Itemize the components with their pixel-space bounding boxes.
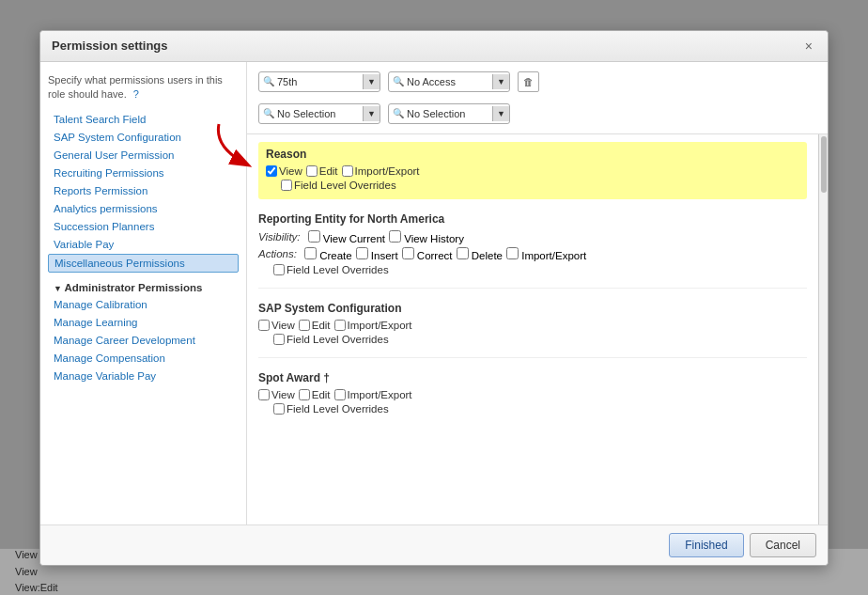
sidebar-description: Specify what permissions users in this r… [48, 73, 239, 102]
reporting-entity-visibility-row: Visibility: View Current View History [258, 230, 807, 244]
cancel-button[interactable]: Cancel [750, 533, 816, 557]
permission-section-reason: Reason View Edit [258, 142, 807, 199]
visibility-label: Visibility: [258, 231, 301, 243]
admin-permissions-header: Administrator Permissions [48, 276, 239, 296]
dropdown-arrow-1[interactable]: ▼ [363, 74, 380, 89]
re-field-level-row: Field Level Overrides [273, 264, 807, 275]
sidebar-item-miscellaneous[interactable]: Miscellaneous Permissions [48, 254, 239, 273]
finished-button[interactable]: Finished [669, 533, 743, 557]
sa-field-level-label[interactable]: Field Level Overrides [273, 403, 389, 415]
dropdown-arrow-4[interactable]: ▼ [492, 106, 509, 121]
re-view-current-checkbox[interactable] [308, 230, 320, 243]
sap-field-level-checkbox[interactable] [273, 334, 285, 345]
sap-perm-row-1: View Edit Import/Export [258, 320, 807, 331]
reason-import-export-checkbox[interactable] [342, 165, 353, 177]
re-insert-label[interactable]: Insert [356, 247, 398, 261]
sa-view-label[interactable]: View [258, 389, 295, 400]
permission-section-sap: SAP System Configuration View Edit [258, 302, 807, 358]
sap-import-export-label[interactable]: Import/Export [334, 320, 412, 331]
sap-edit-checkbox[interactable] [299, 320, 310, 331]
permissions-scroll: Reason View Edit [247, 134, 818, 525]
re-delete-label[interactable]: Delete [457, 247, 503, 261]
search-icon-3: 🔍 [263, 108, 274, 118]
sidebar-item-manage-compensation[interactable]: Manage Compensation [48, 350, 239, 367]
re-view-current-text: View Current [323, 233, 385, 244]
re-import-export-checkbox[interactable] [506, 247, 519, 259]
reporting-entity-title: Reporting Entity for North America [258, 212, 807, 226]
sap-field-level-label[interactable]: Field Level Overrides [273, 334, 389, 345]
sa-view-checkbox[interactable] [258, 389, 270, 400]
sa-import-export-label[interactable]: Import/Export [334, 389, 412, 400]
sa-edit-checkbox[interactable] [299, 389, 310, 400]
re-import-export-label[interactable]: Import/Export [506, 247, 586, 261]
reason-edit-text: Edit [319, 165, 338, 177]
sidebar-item-manage-calibration[interactable]: Manage Calibration [48, 296, 239, 313]
filter-row-1: 🔍 75th ▼ 🔍 No Access ▼ 🗑 [258, 71, 816, 92]
reporting-entity-actions-row: Actions: Create Insert Cor [258, 247, 807, 261]
re-view-history-text: View History [404, 233, 464, 244]
sidebar-item-reports[interactable]: Reports Permission [48, 182, 239, 199]
reason-field-level-row: Field Level Overrides [281, 180, 799, 191]
modal-body: Specify what permissions users in this r… [40, 62, 828, 525]
spot-award-title: Spot Award † [258, 371, 807, 384]
help-icon[interactable]: ? [133, 88, 139, 100]
filter-select-no-access[interactable]: 🔍 No Access ▼ [388, 71, 510, 92]
filter-select-75th-text: 75th [277, 76, 360, 87]
reason-field-level-label[interactable]: Field Level Overrides [281, 180, 396, 191]
filter-row-2: 🔍 No Selection ▼ 🔍 No Selection ▼ [258, 103, 816, 124]
sa-edit-label[interactable]: Edit [299, 389, 331, 400]
re-create-label[interactable]: Create [304, 247, 352, 261]
dropdown-arrow-3[interactable]: ▼ [363, 106, 380, 121]
re-view-current-label[interactable]: View Current [308, 230, 385, 244]
filter-select-no-selection-2[interactable]: 🔍 No Selection ▼ [388, 103, 510, 124]
sap-view-checkbox[interactable] [258, 320, 270, 331]
scrollbar-track[interactable] [818, 134, 828, 525]
filter-select-no-selection-2-text: No Selection [407, 108, 489, 119]
filter-select-no-selection-1-text: No Selection [277, 108, 360, 119]
delete-button[interactable]: 🗑 [518, 71, 539, 92]
re-insert-checkbox[interactable] [356, 247, 368, 259]
modal-title: Permission settings [52, 39, 168, 53]
filter-group: 🔍 75th ▼ 🔍 No Access ▼ 🗑 🔍 No Selection [247, 62, 828, 134]
sidebar-item-manage-learning[interactable]: Manage Learning [48, 314, 239, 331]
search-icon-2: 🔍 [393, 76, 404, 86]
actions-label: Actions: [258, 248, 297, 259]
search-icon-1: 🔍 [263, 76, 274, 86]
reason-import-export-text: Import/Export [355, 165, 420, 177]
reason-title: Reason [266, 148, 799, 161]
reason-field-level-checkbox[interactable] [281, 180, 292, 191]
re-view-history-label[interactable]: View History [389, 230, 464, 244]
sa-field-level-checkbox[interactable] [273, 403, 285, 415]
sap-import-export-checkbox[interactable] [334, 320, 346, 331]
reason-perm-row-1: View Edit Import/Export [266, 165, 799, 177]
search-icon-4: 🔍 [393, 108, 404, 118]
sap-field-level-row: Field Level Overrides [273, 334, 807, 345]
sidebar-item-variable-pay[interactable]: Variable Pay [48, 236, 239, 253]
modal-close-button[interactable]: × [801, 39, 816, 54]
sidebar-item-manage-variable-pay[interactable]: Manage Variable Pay [48, 368, 239, 384]
filter-select-75th[interactable]: 🔍 75th ▼ [258, 71, 380, 92]
permission-section-reporting-entity: Reporting Entity for North America Visib… [258, 212, 807, 289]
sidebar-item-analytics[interactable]: Analytics permissions [48, 200, 239, 217]
sa-field-level-row: Field Level Overrides [273, 403, 807, 415]
sap-view-label[interactable]: View [258, 320, 295, 331]
sap-edit-label[interactable]: Edit [299, 320, 331, 331]
re-create-checkbox[interactable] [304, 247, 317, 259]
reason-edit-label[interactable]: Edit [306, 165, 338, 177]
reason-edit-checkbox[interactable] [306, 165, 318, 177]
reason-field-level-text: Field Level Overrides [294, 180, 396, 191]
re-field-level-checkbox[interactable] [273, 264, 285, 275]
re-view-history-checkbox[interactable] [389, 230, 401, 243]
re-correct-checkbox[interactable] [402, 247, 414, 259]
red-arrow-annotation [247, 134, 285, 171]
sidebar-item-manage-career[interactable]: Manage Career Development [48, 332, 239, 349]
re-field-level-label[interactable]: Field Level Overrides [273, 264, 389, 275]
sa-import-export-checkbox[interactable] [334, 389, 346, 400]
re-delete-checkbox[interactable] [457, 247, 469, 259]
dropdown-arrow-2[interactable]: ▼ [492, 74, 509, 89]
reason-import-export-label[interactable]: Import/Export [342, 165, 420, 177]
re-correct-label[interactable]: Correct [402, 247, 453, 261]
modal-footer: Finished Cancel [40, 525, 828, 565]
sidebar-item-succession[interactable]: Succession Planners [48, 218, 239, 235]
permission-section-spot-award: Spot Award † View Edit [258, 371, 807, 427]
